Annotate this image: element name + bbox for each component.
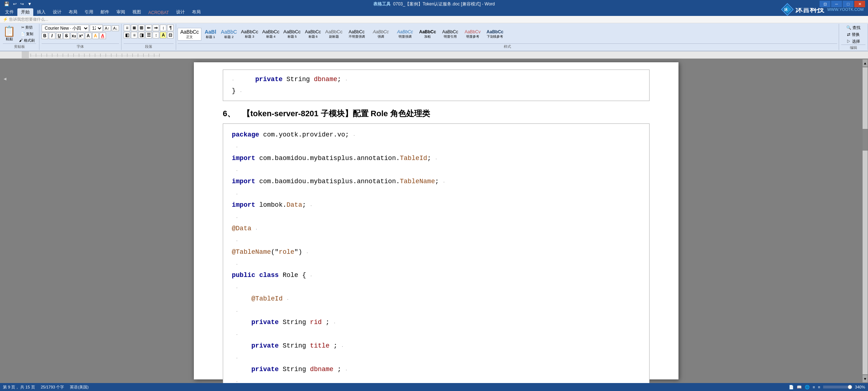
view-mode-btn[interactable]: 📄 xyxy=(789,385,794,390)
clear-format-btn[interactable]: A xyxy=(85,33,92,39)
find-btn[interactable]: 🔍 查找 xyxy=(845,25,862,31)
tab-references[interactable]: 引用 xyxy=(81,8,97,16)
line-spacing-btn[interactable]: ↕ xyxy=(153,32,159,38)
window-controls: ⊡ ─ □ ✕ xyxy=(820,1,865,7)
scroll-thumb[interactable] xyxy=(863,129,868,151)
align-left-btn[interactable]: ◧ xyxy=(124,32,130,38)
underline-btn[interactable]: U xyxy=(56,33,63,39)
document-title: 0703_【案例】Token认证服务.doc [兼容模式] - Word xyxy=(393,1,495,7)
tab-view[interactable]: 视图 xyxy=(129,8,145,16)
tab-insert[interactable]: 插入 xyxy=(33,8,49,16)
clipboard-group: 📋 粘贴 ✂ 剪切 📄 复制 🖌 格式刷 剪贴板 xyxy=(0,24,39,50)
tab-review[interactable]: 审阅 xyxy=(113,8,129,16)
section-6-code-block[interactable]: package com.yootk.provider.vo; · · impor… xyxy=(223,123,650,383)
tab-design[interactable]: 设计 xyxy=(49,8,65,16)
strikethrough-btn[interactable]: S xyxy=(63,33,70,39)
increase-font-btn[interactable]: A↑ xyxy=(103,25,111,31)
tab-acrobat[interactable]: ACROBAT xyxy=(145,9,173,16)
tell-me-input[interactable]: ⚡ 告诉我您想要做什么... xyxy=(3,17,48,22)
style-h6[interactable]: AaBbCc 标题 6 xyxy=(303,29,323,40)
style-strong[interactable]: AaBbCc 加粗 xyxy=(418,29,438,40)
border-btn[interactable]: ⊡ xyxy=(167,32,174,38)
tab-mail[interactable]: 邮件 xyxy=(97,8,113,16)
numbered-list-btn[interactable]: ≣ xyxy=(131,25,137,31)
zoom-thumb[interactable] xyxy=(848,385,852,389)
scroll-down-btn[interactable]: ▼ xyxy=(863,375,868,382)
select-btn[interactable]: ▷ 选择 xyxy=(845,38,862,45)
redo-quick-btn[interactable]: ↪ xyxy=(19,1,25,7)
code-line-class: public class Role { · xyxy=(232,269,641,281)
style-intense-ref[interactable]: AaBbCv 明显参考 xyxy=(463,29,482,40)
decrease-font-btn[interactable]: A↓ xyxy=(112,25,119,31)
role-class-name: Role { xyxy=(282,272,306,279)
shading-btn[interactable]: A xyxy=(160,32,166,38)
copy-btn[interactable]: 📄 复制 xyxy=(18,31,36,37)
bullet-list-btn[interactable]: ≡ xyxy=(124,25,130,31)
save-quick-btn[interactable]: 💾 xyxy=(3,1,10,7)
format-painter-btn[interactable]: 🖌 格式刷 xyxy=(18,38,36,43)
style-quote[interactable]: AaBbCc 明显引用 xyxy=(439,29,462,40)
font-name-select[interactable]: Courier New · 小四 xyxy=(42,25,89,32)
superscript-btn[interactable]: x² xyxy=(78,33,84,39)
paste-btn[interactable]: 📋 粘贴 xyxy=(3,26,16,42)
style-book-title[interactable]: AaBbCc 下划线参考 xyxy=(484,29,507,40)
import-rest-3: lombok. xyxy=(259,201,287,209)
style-h3[interactable]: AaBbCc 标题 3 xyxy=(239,28,260,40)
close-btn[interactable]: ✕ xyxy=(854,1,865,7)
italic-btn[interactable]: I xyxy=(49,33,55,39)
align-center-btn[interactable]: ≡ xyxy=(131,32,137,38)
outline-btn[interactable]: ≡ xyxy=(813,385,815,389)
scroll-track[interactable] xyxy=(863,67,868,374)
draft-btn[interactable]: ≡ xyxy=(818,385,820,389)
zoom-slider[interactable] xyxy=(823,386,852,388)
style-h1[interactable]: AaBl 标题 1 xyxy=(203,28,218,40)
para-row1: ≡ ≣ ⊞ ⇐ ⇒ ↕ ¶ xyxy=(124,25,174,31)
highlight-btn[interactable]: A xyxy=(92,33,99,39)
justify-btn[interactable]: ☰ xyxy=(145,32,152,38)
style-h2[interactable]: AaBbC 标题 2 xyxy=(220,28,238,40)
replace-btn[interactable]: ⇄ 替换 xyxy=(845,31,862,38)
tab-home[interactable]: 开始 xyxy=(17,8,33,16)
tab-layout[interactable]: 布局 xyxy=(65,8,81,16)
style-intense-emphasis[interactable]: AaBbCc 明显强调 xyxy=(393,29,417,40)
style-normal[interactable]: AaBbCc 正文 xyxy=(178,28,201,41)
maximize-btn[interactable]: □ xyxy=(843,1,854,7)
code-line-blank-8: · xyxy=(232,305,641,316)
private-kw-title: private xyxy=(251,342,279,349)
tab-table-layout[interactable]: 布局 xyxy=(188,8,204,16)
code-line-tablename-annotation: @TableName("role") · xyxy=(232,246,641,258)
scroll-up-btn[interactable]: ▲ xyxy=(863,59,868,67)
minimize-btn[interactable]: ─ xyxy=(831,1,842,7)
document-page[interactable]: · private String dbname; · } · 6、 【token… xyxy=(194,62,678,379)
read-mode-btn[interactable]: 📖 xyxy=(797,385,802,390)
align-right-btn[interactable]: ◨ xyxy=(138,32,145,38)
style-subtle[interactable]: AaBbCc 不明显强调 xyxy=(345,29,368,40)
web-layout-btn[interactable]: 🌐 xyxy=(805,385,810,390)
cut-btn[interactable]: ✂ 剪切 xyxy=(18,25,36,30)
multilevel-list-btn[interactable]: ⊞ xyxy=(138,25,145,31)
style-emphasis[interactable]: AaBbCc 强调 xyxy=(369,29,392,40)
code-line-package: package com.yootk.provider.vo; · xyxy=(232,129,641,140)
sort-btn[interactable]: ↕ xyxy=(160,25,166,31)
subscript-btn[interactable]: x₂ xyxy=(71,33,77,39)
font-size-select[interactable]: 12 xyxy=(90,25,103,32)
restore-down-btn[interactable]: ⊡ xyxy=(820,1,830,7)
style-h5[interactable]: AaBbCc 标题 5 xyxy=(282,28,302,40)
bold-btn[interactable]: B xyxy=(42,33,48,39)
style-h4[interactable]: AaBbCc 标题 4 xyxy=(261,28,281,40)
decrease-indent-btn[interactable]: ⇐ xyxy=(145,25,152,31)
rid-field: rid xyxy=(310,319,322,326)
tableid-annotation: TableId xyxy=(400,155,427,162)
section-6-heading: 6、 【token-server-8201 子模块】配置 Role 角色处理类 xyxy=(223,108,650,119)
style-subtitle[interactable]: AaBbCc 副标题 xyxy=(324,28,344,40)
customize-quick-btn[interactable]: ▼ xyxy=(26,1,33,7)
show-marks-btn[interactable]: ¶ xyxy=(167,25,174,31)
font-color-btn[interactable]: A xyxy=(99,33,106,39)
tab-file[interactable]: 文件 xyxy=(1,8,17,16)
para-controls: ≡ ≣ ⊞ ⇐ ⇒ ↕ ¶ ◧ ≡ ◨ ☰ ↕ A ⊡ xyxy=(124,25,174,43)
undo-quick-btn[interactable]: ↩ xyxy=(12,1,18,7)
tab-table-design[interactable]: 设计 xyxy=(173,8,188,16)
increase-indent-btn[interactable]: ⇒ xyxy=(153,25,159,31)
section-6-title: 【token-server-8201 子模块】配置 Role 角色处理类 xyxy=(242,108,430,119)
page-indicator: ◀ xyxy=(4,77,7,81)
